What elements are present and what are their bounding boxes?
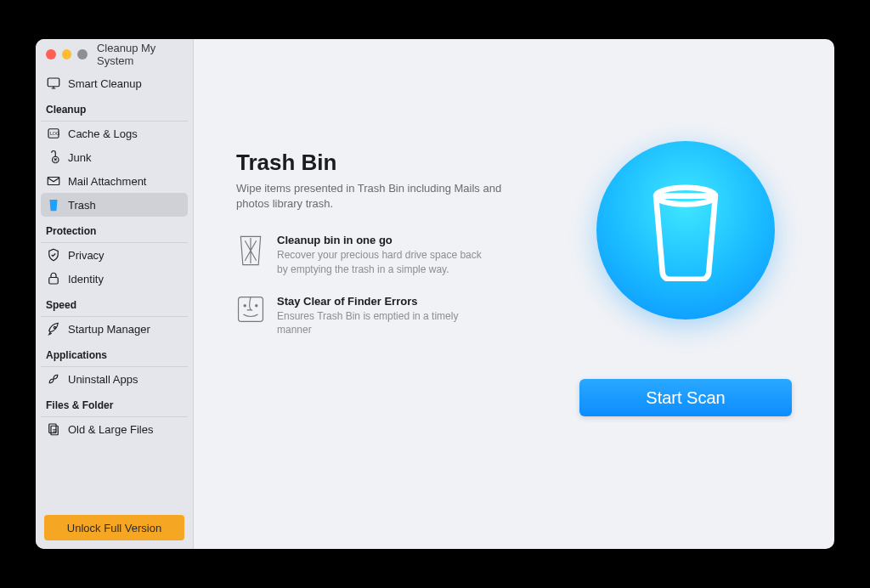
sidebar-item-identity[interactable]: Identity bbox=[41, 267, 188, 291]
unlock-wrap: Unlock Full Version bbox=[36, 506, 193, 549]
sidebar-item-label: Identity bbox=[68, 273, 104, 286]
sidebar-item-uninstall[interactable]: Uninstall Apps bbox=[41, 367, 188, 391]
sidebar: Cleanup My System Smart Cleanup Cleanup … bbox=[36, 39, 194, 549]
start-scan-button[interactable]: Start Scan bbox=[579, 379, 792, 416]
svg-rect-0 bbox=[48, 78, 59, 87]
sidebar-item-trash[interactable]: Trash bbox=[41, 193, 188, 217]
mail-icon bbox=[46, 173, 61, 189]
section-header-files: Files & Folder bbox=[41, 391, 188, 415]
feature-finder-errors: Stay Clear of Finder Errors Ensures Tras… bbox=[236, 295, 542, 336]
trash-hero-icon bbox=[639, 179, 732, 281]
app-window: Cleanup My System Smart Cleanup Cleanup … bbox=[36, 39, 834, 549]
main-content: Trash Bin Wipe items presented in Trash … bbox=[194, 39, 834, 549]
sidebar-item-label: Cache & Logs bbox=[68, 127, 138, 140]
sidebar-item-cache[interactable]: LOG Cache & Logs bbox=[41, 122, 188, 145]
page-subtitle: Wipe items presented in Trash Bin includ… bbox=[236, 181, 508, 212]
monitor-icon bbox=[46, 76, 61, 91]
feature-title: Stay Clear of Finder Errors bbox=[277, 295, 489, 308]
unlock-full-version-button[interactable]: Unlock Full Version bbox=[44, 515, 184, 540]
trash-outline-icon bbox=[236, 234, 265, 268]
sidebar-item-privacy[interactable]: Privacy bbox=[41, 243, 188, 267]
feature-desc: Ensures Trash Bin is emptied in a timely… bbox=[277, 309, 489, 336]
section-header-applications: Applications bbox=[41, 341, 188, 365]
rocket-icon bbox=[46, 321, 61, 336]
sidebar-item-startup[interactable]: Startup Manager bbox=[41, 317, 188, 341]
shield-icon bbox=[46, 247, 61, 263]
svg-point-6 bbox=[54, 326, 55, 328]
feature-desc: Recover your precious hard drive space b… bbox=[277, 248, 489, 275]
hero-trash-graphic bbox=[596, 141, 775, 319]
finder-icon bbox=[236, 295, 265, 329]
feature-title: Cleanup bin in one go bbox=[277, 234, 489, 246]
nav: Smart Cleanup Cleanup LOG Cache & Logs J… bbox=[36, 70, 193, 506]
section-header-protection: Protection bbox=[41, 217, 188, 240]
window-title: Cleanup My System bbox=[97, 42, 193, 67]
page-title: Trash Bin bbox=[236, 150, 542, 176]
sidebar-item-old-large[interactable]: Old & Large Files bbox=[41, 417, 188, 441]
sidebar-item-junk[interactable]: Junk bbox=[41, 145, 188, 169]
sidebar-item-mail[interactable]: Mail Attachment bbox=[41, 169, 188, 193]
section-header-cleanup: Cleanup bbox=[41, 95, 188, 119]
app-icon bbox=[46, 371, 61, 387]
sidebar-item-label: Startup Manager bbox=[68, 323, 150, 336]
sidebar-item-label: Trash bbox=[68, 199, 96, 212]
svg-point-10 bbox=[244, 304, 246, 306]
sidebar-item-label: Privacy bbox=[68, 249, 105, 262]
files-icon bbox=[46, 421, 61, 437]
sidebar-item-label: Junk bbox=[68, 151, 91, 164]
svg-rect-4 bbox=[48, 178, 59, 185]
svg-text:LOG: LOG bbox=[50, 131, 59, 136]
svg-rect-8 bbox=[51, 426, 58, 435]
minimize-icon[interactable] bbox=[62, 49, 72, 59]
titlebar: Cleanup My System bbox=[36, 39, 193, 70]
sidebar-item-label: Smart Cleanup bbox=[68, 77, 142, 90]
sidebar-item-label: Mail Attachment bbox=[68, 175, 147, 188]
sidebar-item-label: Uninstall Apps bbox=[68, 373, 138, 386]
content-left: Trash Bin Wipe items presented in Trash … bbox=[236, 150, 542, 549]
log-icon: LOG bbox=[46, 126, 61, 141]
sidebar-item-label: Old & Large Files bbox=[68, 423, 153, 436]
section-header-speed: Speed bbox=[41, 291, 188, 314]
junk-icon bbox=[46, 150, 61, 165]
sidebar-item-smart-cleanup[interactable]: Smart Cleanup bbox=[41, 71, 188, 95]
maximize-icon[interactable] bbox=[77, 49, 88, 59]
svg-rect-5 bbox=[49, 278, 59, 285]
close-icon[interactable] bbox=[46, 49, 56, 59]
lock-icon bbox=[46, 271, 61, 286]
svg-point-11 bbox=[256, 304, 257, 306]
feature-cleanup-bin: Cleanup bin in one go Recover your preci… bbox=[236, 234, 542, 275]
trash-icon bbox=[46, 197, 61, 212]
